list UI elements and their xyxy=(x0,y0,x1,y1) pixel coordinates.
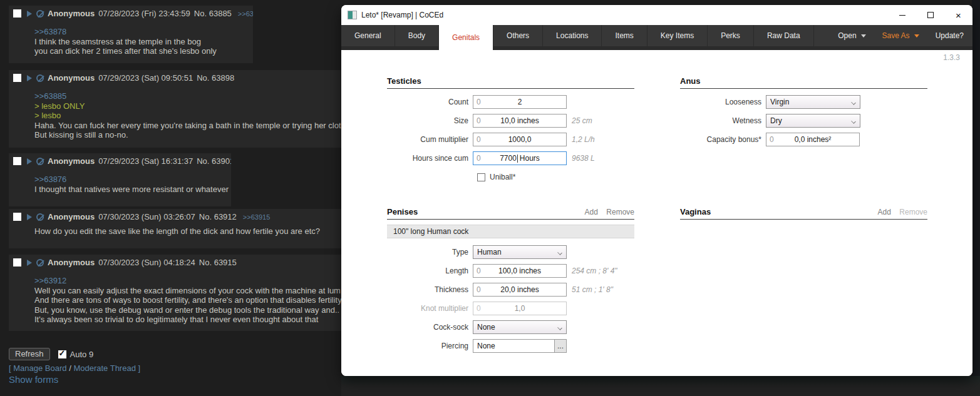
post-number[interactable]: No. 63885 xyxy=(194,9,232,18)
post-number[interactable]: No. 63912 xyxy=(199,212,237,221)
text-cursor xyxy=(517,155,518,163)
save-as-menu[interactable]: Save As xyxy=(882,25,919,46)
piercing-row: Piercing None ... xyxy=(387,339,634,353)
tab-items[interactable]: Items xyxy=(602,25,647,46)
maximize-button[interactable] xyxy=(916,5,944,25)
moderate-thread-link[interactable]: Moderate Thread xyxy=(73,363,136,373)
post-select-checkbox[interactable] xyxy=(13,258,21,267)
size-hint: 25 cm xyxy=(572,116,592,125)
post-select-checkbox[interactable] xyxy=(13,157,21,165)
count-input[interactable]: 0 2 xyxy=(473,95,567,109)
post-select-checkbox[interactable] xyxy=(13,9,21,18)
tab-general[interactable]: General xyxy=(341,25,395,46)
moderation-links: [ Manage Board / Moderate Thread ] xyxy=(9,363,140,373)
section-title: Anus xyxy=(680,76,927,89)
add-vagina-button[interactable]: Add xyxy=(878,208,891,216)
no-bump-icon xyxy=(36,158,44,165)
looseness-row: Looseness Virgin xyxy=(680,95,927,109)
bracket: ] xyxy=(138,363,141,373)
hours-since-cum-input[interactable]: 0 7700 Hours xyxy=(473,151,567,165)
piercing-input[interactable]: None xyxy=(473,339,554,353)
vaginas-section: Vaginas Add Remove xyxy=(680,207,927,220)
hours-since-cum-row: Hours since cum 0 7700 Hours 9638 L xyxy=(387,151,634,165)
tab-perks[interactable]: Perks xyxy=(708,25,754,46)
coced-window: Leto* [Revamp] | CoCEd × General Body Ge… xyxy=(341,5,972,376)
remove-vagina-button: Remove xyxy=(899,208,927,216)
manage-board-link[interactable]: Manage Board xyxy=(13,363,66,373)
chevron-down-icon xyxy=(851,100,856,105)
cum-multiplier-input[interactable]: 0 1000,0 xyxy=(473,133,567,146)
tab-bar-shadow xyxy=(341,46,972,50)
refresh-button[interactable]: Refresh xyxy=(9,348,50,360)
post-datetime: 07/30/2023 (Sun) 03:26:07 xyxy=(98,212,195,221)
penis-list-item[interactable]: 100" long Human cock xyxy=(387,225,634,238)
length-input[interactable]: 0 100,0 inches xyxy=(473,264,567,278)
cock-sock-select[interactable]: None xyxy=(473,320,567,334)
post-author: Anonymous xyxy=(48,258,95,267)
no-bump-icon xyxy=(36,10,44,18)
post-datetime: 07/29/2023 (Sat) 16:31:37 xyxy=(98,156,193,166)
update-button[interactable]: Update? xyxy=(936,25,964,46)
post-author: Anonymous xyxy=(48,156,95,166)
post-backlink[interactable]: >>63898 xyxy=(238,10,253,18)
chevron-down-icon xyxy=(557,250,562,255)
wetness-select[interactable]: Dry xyxy=(766,114,860,128)
tab-locations[interactable]: Locations xyxy=(543,25,602,46)
chevron-down-icon xyxy=(861,34,866,38)
testicles-section: Testicles Count 0 2 Size 0 10,0 inches 2… xyxy=(387,76,634,181)
cum-multiplier-hint: 1,2 L/h xyxy=(572,135,595,144)
post-collapse-icon[interactable] xyxy=(27,75,32,81)
quote-link[interactable]: >>63878 xyxy=(34,27,253,37)
post-number[interactable]: No. 63901 xyxy=(197,156,231,166)
count-row: Count 0 2 xyxy=(387,95,634,109)
hours-since-cum-hint: 9638 L xyxy=(572,154,595,163)
penis-type-select[interactable]: Human xyxy=(473,245,567,259)
post-author: Anonymous xyxy=(48,212,95,221)
minimize-button[interactable] xyxy=(888,5,916,25)
remove-penis-button[interactable]: Remove xyxy=(606,208,634,216)
close-icon: × xyxy=(956,11,961,20)
size-row: Size 0 10,0 inches 25 cm xyxy=(387,114,634,128)
auto-refresh-checkbox[interactable]: ✓ xyxy=(58,350,66,358)
looseness-select[interactable]: Virgin xyxy=(766,95,860,109)
post-number[interactable]: No. 63898 xyxy=(197,73,234,83)
title-bar[interactable]: Leto* [Revamp] | CoCEd × xyxy=(341,5,972,25)
post-header: Anonymous 07/28/2023 (Fri) 23:43:59 No. … xyxy=(9,6,253,18)
post-backlink[interactable]: >>63915 xyxy=(243,213,270,221)
wetness-row: Wetness Dry xyxy=(680,114,927,128)
section-title: Penises Add Remove xyxy=(387,207,634,220)
tab-key-items[interactable]: Key Items xyxy=(647,25,708,46)
uniball-checkbox[interactable] xyxy=(477,173,485,181)
post-collapse-icon[interactable] xyxy=(27,260,32,266)
post-collapse-icon[interactable] xyxy=(27,11,32,17)
chevron-down-icon xyxy=(914,34,919,38)
length-row: Length 0 100,0 inches 254 cm ; 8' 4" xyxy=(387,264,634,278)
capacity-bonus-input[interactable]: 0 0,0 inches² xyxy=(766,133,860,146)
post-select-checkbox[interactable] xyxy=(13,74,21,82)
thickness-hint: 51 cm ; 1' 8" xyxy=(572,285,613,294)
post-select-checkbox[interactable] xyxy=(13,213,21,221)
version-label: 1.3.3 xyxy=(943,53,960,62)
piercing-browse-button[interactable]: ... xyxy=(554,339,567,353)
tab-body[interactable]: Body xyxy=(395,25,439,46)
knot-multiplier-input: 0 1,0 xyxy=(473,302,567,315)
tab-others[interactable]: Others xyxy=(493,25,543,46)
post-text: you can dick her 2 times after that she'… xyxy=(34,46,253,56)
no-bump-icon xyxy=(36,259,44,267)
quote-link[interactable]: >>63876 xyxy=(34,175,231,185)
show-forms-link[interactable]: Show forms xyxy=(9,374,140,385)
post-body: >>63878 I think the seamstress at the te… xyxy=(34,27,253,56)
size-input[interactable]: 0 10,0 inches xyxy=(473,114,567,128)
thickness-input[interactable]: 0 20,0 inches xyxy=(473,283,567,297)
tab-raw-data[interactable]: Raw Data xyxy=(754,25,814,46)
add-penis-button[interactable]: Add xyxy=(585,208,598,216)
post-collapse-icon[interactable] xyxy=(27,214,32,220)
open-menu[interactable]: Open xyxy=(838,25,865,46)
post-author: Anonymous xyxy=(48,73,95,83)
post-collapse-icon[interactable] xyxy=(27,158,32,165)
tab-genitals[interactable]: Genitals xyxy=(439,25,493,50)
forum-post: Anonymous 07/28/2023 (Fri) 23:43:59 No. … xyxy=(9,6,253,63)
no-bump-icon xyxy=(36,74,44,82)
post-number[interactable]: No. 63915 xyxy=(199,258,237,267)
close-button[interactable]: × xyxy=(944,5,972,25)
